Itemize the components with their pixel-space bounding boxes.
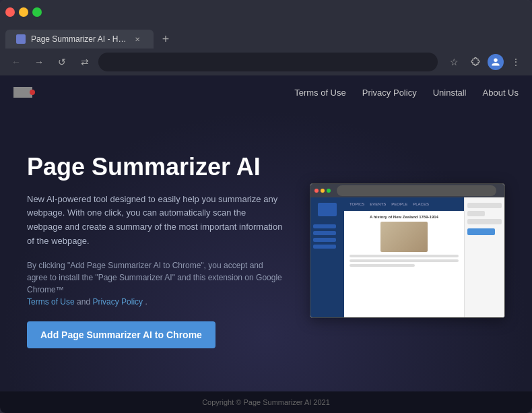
nav-terms-link[interactable]: Terms of Use bbox=[294, 88, 346, 98]
window-controls bbox=[5, 7, 42, 17]
url-bar[interactable] bbox=[98, 53, 438, 71]
consent-text-before: By clicking "Add Page Summarizer AI to C… bbox=[27, 261, 282, 294]
tab-title: Page Summarizer AI - Home bbox=[31, 34, 127, 44]
preview-sidebar-btn bbox=[467, 228, 495, 235]
preview-line-2 bbox=[350, 259, 459, 262]
hero-consent: By clicking "Add Page Summarizer AI to C… bbox=[27, 259, 283, 308]
preview-main: TOPICS EVENTS PEOPLE PLACES A history of… bbox=[344, 197, 464, 317]
extensions-button[interactable]: ⇄ bbox=[75, 53, 94, 71]
preview-addressbar bbox=[337, 185, 496, 196]
bookmark-icon[interactable]: ☆ bbox=[444, 53, 463, 71]
preview-nav-item-2 bbox=[313, 231, 336, 235]
preview-line-3 bbox=[350, 264, 415, 267]
preview-header-link-4: PLACES bbox=[413, 202, 429, 206]
nav-about-link[interactable]: About Us bbox=[483, 88, 519, 98]
maximize-button[interactable] bbox=[32, 7, 42, 17]
footer-copyright: Copyright © Page Summarizer AI 2021 bbox=[202, 398, 330, 406]
consent-terms-link[interactable]: Terms of Use bbox=[27, 297, 75, 307]
consent-period: . bbox=[145, 297, 147, 307]
preview-nav-item-4 bbox=[313, 245, 336, 249]
hero-description: New AI-powered tool designed to easily h… bbox=[27, 193, 283, 249]
browser-frame: Page Summarizer AI - Home ✕ + ← → ↺ ⇄ ☆ bbox=[0, 0, 532, 413]
browser-preview: TOPICS EVENTS PEOPLE PLACES A history of… bbox=[310, 183, 505, 318]
preview-header-link-3: PEOPLE bbox=[391, 202, 407, 206]
minimize-button[interactable] bbox=[19, 7, 28, 17]
nav-uninstall-link[interactable]: Uninstall bbox=[433, 88, 467, 98]
preview-titlebar bbox=[310, 184, 504, 197]
browser-titlebar bbox=[0, 0, 532, 24]
preview-sidebar-block-1 bbox=[467, 203, 502, 208]
preview-header-bar: TOPICS EVENTS PEOPLE PLACES bbox=[344, 197, 464, 211]
preview-article-image bbox=[380, 222, 428, 252]
toolbar-right: ☆ ⋮ bbox=[444, 53, 525, 71]
preview-body: TOPICS EVENTS PEOPLE PLACES A history of… bbox=[310, 197, 504, 317]
site-nav: Terms of Use Privacy Policy Uninstall Ab… bbox=[0, 75, 532, 109]
hero-left: Page Summarizer AI New AI-powered tool d… bbox=[27, 152, 283, 348]
nav-privacy-link[interactable]: Privacy Policy bbox=[362, 88, 417, 98]
preview-header-link-1: TOPICS bbox=[350, 202, 364, 206]
preview-text-lines bbox=[350, 255, 459, 267]
consent-and: and bbox=[77, 297, 92, 307]
active-tab[interactable]: Page Summarizer AI - Home ✕ bbox=[5, 30, 154, 49]
preview-right-sidebar bbox=[464, 197, 504, 317]
preview-min-dot bbox=[321, 189, 325, 193]
preview-nav-logo bbox=[318, 203, 337, 216]
preview-line-1 bbox=[350, 255, 459, 257]
back-button[interactable]: ← bbox=[7, 53, 26, 71]
close-button[interactable] bbox=[5, 7, 15, 17]
preview-header-link-2: EVENTS bbox=[370, 202, 386, 206]
new-tab-button[interactable]: + bbox=[156, 30, 175, 49]
preview-nav-item-3 bbox=[313, 238, 336, 242]
preview-nav-item-1 bbox=[313, 224, 336, 228]
profile-icon[interactable] bbox=[488, 54, 504, 70]
hero-right: TOPICS EVENTS PEOPLE PLACES A history of… bbox=[310, 183, 505, 318]
preview-close-dot bbox=[314, 189, 319, 193]
address-bar-container: ← → ↺ ⇄ ☆ ⋮ bbox=[0, 49, 532, 75]
tab-bar: Page Summarizer AI - Home ✕ + bbox=[0, 24, 532, 49]
tab-close-button[interactable]: ✕ bbox=[132, 34, 143, 44]
hero-title: Page Summarizer AI bbox=[27, 152, 283, 181]
logo-icon bbox=[13, 87, 32, 98]
preview-sidenav bbox=[310, 197, 344, 317]
preview-max-dot bbox=[327, 189, 331, 193]
preview-sidebar-block-3 bbox=[467, 219, 502, 224]
preview-sidebar-block-2 bbox=[467, 211, 485, 216]
extensions-puzzle-icon[interactable] bbox=[466, 53, 485, 71]
add-to-chrome-button[interactable]: Add Page Summarizer AI to Chrome bbox=[27, 321, 215, 348]
forward-button[interactable]: → bbox=[30, 53, 48, 71]
tab-favicon bbox=[16, 34, 26, 44]
reload-button[interactable]: ↺ bbox=[53, 53, 71, 71]
nav-links: Terms of Use Privacy Policy Uninstall Ab… bbox=[294, 88, 519, 98]
preview-article-title: A history of New Zealand 1769-1914 bbox=[350, 215, 459, 219]
menu-icon[interactable]: ⋮ bbox=[506, 53, 525, 71]
consent-privacy-link[interactable]: Privacy Policy bbox=[92, 297, 143, 307]
website-content: Terms of Use Privacy Policy Uninstall Ab… bbox=[0, 75, 532, 413]
hero-section: Page Summarizer AI New AI-powered tool d… bbox=[0, 109, 532, 391]
site-logo[interactable] bbox=[13, 87, 32, 98]
site-footer: Copyright © Page Summarizer AI 2021 bbox=[0, 391, 532, 413]
